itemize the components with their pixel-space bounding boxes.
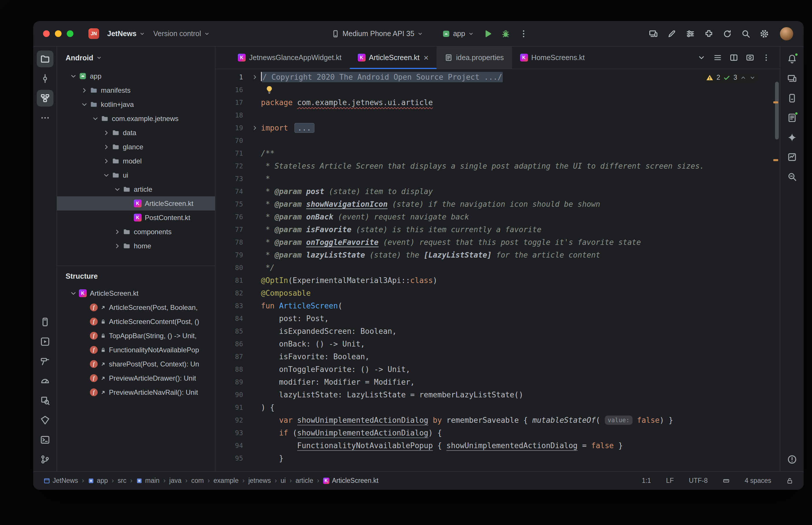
structure-tree-item[interactable]: fPreviewArticleNavRail(): Unit xyxy=(57,385,215,400)
preview-button[interactable] xyxy=(743,51,757,65)
structure-tree-item[interactable]: fPreviewArticleDrawer(): Unit xyxy=(57,371,215,385)
app-inspection-tool-button[interactable] xyxy=(37,392,54,409)
structure-tree-item[interactable]: fArticleScreen(Post, Boolean, xyxy=(57,300,215,314)
breadcrumb-item[interactable]: main xyxy=(136,477,160,484)
structure-tool-button[interactable] xyxy=(37,90,54,107)
project-panel-header[interactable]: Android xyxy=(57,46,215,69)
user-avatar[interactable] xyxy=(780,27,793,41)
code-line[interactable]: 70 xyxy=(215,134,780,147)
ai-assistant-button[interactable] xyxy=(664,26,680,42)
terminal-tool-button[interactable] xyxy=(37,432,54,448)
more-run-options-button[interactable] xyxy=(516,26,532,42)
breadcrumb-item[interactable]: article xyxy=(296,477,313,484)
zoom-window-button[interactable] xyxy=(67,30,73,37)
code-line[interactable]: 90 lazyListState: LazyListState = rememb… xyxy=(215,388,780,401)
debug-button[interactable] xyxy=(498,26,514,42)
code-line[interactable]: 84 post: Post, xyxy=(215,312,780,325)
tab-list-button[interactable] xyxy=(711,51,724,65)
run-config-selector-button[interactable]: app xyxy=(438,27,478,41)
app-insights-tool-button[interactable] xyxy=(784,149,800,165)
gemini-tool-button[interactable] xyxy=(784,129,800,146)
code-line[interactable]: 1/ Copyright 2020 The Android Open Sourc… xyxy=(215,71,780,84)
code-line[interactable]: 72 * Stateless Article Screen that displ… xyxy=(215,160,780,172)
project-tree-item[interactable]: KArticleScreen.kt xyxy=(57,196,215,211)
profiler-tool-button[interactable] xyxy=(37,373,54,389)
device-explorer-tool-button[interactable] xyxy=(37,314,54,330)
services-tool-button[interactable] xyxy=(37,333,54,350)
project-tree-item[interactable]: KPostContent.kt xyxy=(57,211,215,225)
code-line[interactable]: 87 isFavorite: Boolean, xyxy=(215,350,780,363)
breadcrumb-item[interactable]: app xyxy=(88,477,108,484)
settings-button[interactable] xyxy=(756,26,772,42)
breadcrumb-item[interactable]: example xyxy=(213,477,239,484)
main-menu-button[interactable] xyxy=(682,26,698,42)
project-tree-item[interactable]: manifests xyxy=(57,83,215,97)
code-line[interactable]: 17package com.example.jetnews.ui.article xyxy=(215,96,780,109)
update-project-button[interactable] xyxy=(719,26,735,42)
more-horizontal-tool-button[interactable] xyxy=(37,109,54,126)
notifications-tool-button[interactable] xyxy=(784,50,800,67)
code-line[interactable]: 73 * xyxy=(215,172,780,185)
breadcrumb-item[interactable]: jetnews xyxy=(248,477,271,484)
search-button[interactable] xyxy=(738,26,754,42)
editor-tab[interactable]: KHomeScreens.kt xyxy=(512,46,593,69)
split-editor-button[interactable] xyxy=(727,51,741,65)
more-vertical-button[interactable] xyxy=(759,51,773,65)
chevron-down-icon[interactable] xyxy=(749,75,756,81)
device-manager-tool-button[interactable] xyxy=(784,90,800,107)
editor-tab[interactable]: KArticleScreen.kt× xyxy=(350,46,437,69)
project-tree-item[interactable]: data xyxy=(57,125,215,140)
code-line[interactable]: 86 onBack: () -> Unit, xyxy=(215,338,780,350)
project-tree-item[interactable]: app xyxy=(57,69,215,83)
device-selector-button[interactable]: Medium Phone API 35 xyxy=(327,27,427,41)
code-line[interactable]: 80 */ xyxy=(215,261,780,274)
file-encoding[interactable]: UTF-8 xyxy=(689,477,708,484)
code-line[interactable]: 71/** xyxy=(215,147,780,160)
editor-tab[interactable]: KJetnewsGlanceAppWidget.kt xyxy=(230,46,350,69)
project-tree-item[interactable]: article xyxy=(57,182,215,196)
code-line[interactable]: 95 } xyxy=(215,452,780,465)
structure-tree-item[interactable]: fFunctionalityNotAvailablePop xyxy=(57,343,215,357)
code-editor[interactable]: 1/ Copyright 2020 The Android Open Sourc… xyxy=(215,69,780,471)
breadcrumb-item[interactable]: com xyxy=(191,477,204,484)
indent-setting[interactable]: 4 spaces xyxy=(745,477,771,484)
code-line[interactable]: 75 * @param showNavigationIcon (state) i… xyxy=(215,198,780,211)
find-tool-button[interactable] xyxy=(784,168,800,185)
project-tool-button[interactable] xyxy=(37,50,54,67)
ruler-icon[interactable] xyxy=(723,477,730,484)
resource-manager-tool-button[interactable] xyxy=(37,412,54,429)
project-tree-item[interactable]: com.example.jetnews xyxy=(57,111,215,125)
project-tree-item[interactable]: components xyxy=(57,225,215,239)
chevron-down-button[interactable] xyxy=(694,51,708,65)
breadcrumb-item[interactable]: src xyxy=(118,477,127,484)
caret-position[interactable]: 1:1 xyxy=(642,477,651,484)
code-line[interactable]: 81@OptIn(ExperimentalMaterial3Api::class… xyxy=(215,274,780,287)
logcat-tool-button[interactable] xyxy=(784,109,800,126)
project-tree-item[interactable]: glance xyxy=(57,140,215,154)
line-separator[interactable]: LF xyxy=(666,477,674,484)
code-line[interactable]: 89 modifier: Modifier = Modifier, xyxy=(215,376,780,388)
code-line[interactable]: 83fun ArticleScreen( xyxy=(215,299,780,312)
project-tree-item[interactable]: home xyxy=(57,239,215,253)
code-line[interactable]: 18 xyxy=(215,109,780,122)
structure-tree-item[interactable]: fTopAppBar(String, () -> Unit, xyxy=(57,329,215,343)
structure-tree-item[interactable]: fArticleScreenContent(Post, () xyxy=(57,314,215,329)
breadcrumb-item[interactable]: KArticleScreen.kt xyxy=(323,477,379,484)
minimize-window-button[interactable] xyxy=(55,30,61,37)
structure-tree-item[interactable]: KArticleScreen.kt xyxy=(57,286,215,300)
structure-tree-item[interactable]: fsharePost(Post, Context): Un xyxy=(57,357,215,371)
plugins-button[interactable] xyxy=(701,26,717,42)
code-line[interactable]: 74 * @param post (state) item to display xyxy=(215,185,780,198)
code-line[interactable]: 91) { xyxy=(215,401,780,414)
code-line[interactable]: 16 xyxy=(215,84,780,96)
chevron-up-icon[interactable] xyxy=(740,75,747,81)
close-tab-icon[interactable]: × xyxy=(424,54,429,62)
breadcrumb-item[interactable]: JetNews xyxy=(44,477,78,484)
code-line[interactable]: 85 isExpandedScreen: Boolean, xyxy=(215,325,780,338)
breadcrumb-item[interactable]: ui xyxy=(281,477,286,484)
code-line[interactable]: 19import ... xyxy=(215,122,780,134)
code-line[interactable]: 76 * @param onBack (event) request navig… xyxy=(215,211,780,223)
unlock-icon[interactable] xyxy=(786,477,793,484)
code-line[interactable]: 92 var showUnimplementedActionDialog by … xyxy=(215,414,780,426)
code-line[interactable]: 93 if (showUnimplementedActionDialog) { xyxy=(215,426,780,439)
